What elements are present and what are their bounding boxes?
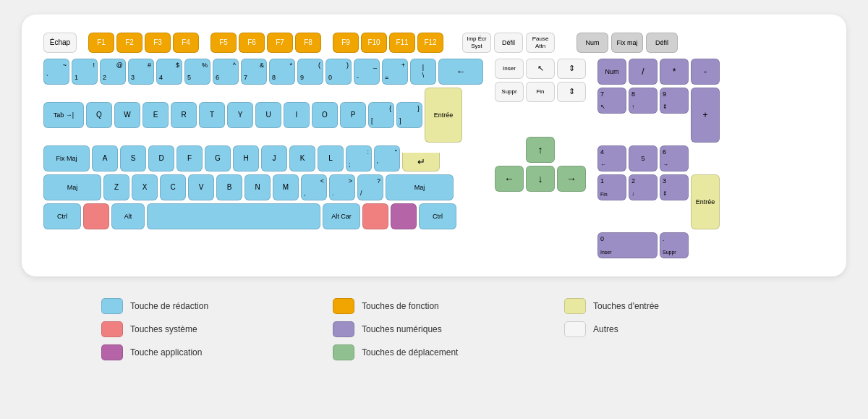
key-y[interactable]: Y: [227, 102, 253, 128]
key-up[interactable]: ↑: [526, 137, 555, 163]
key-2[interactable]: @ 2: [100, 59, 126, 85]
key-f5[interactable]: F5: [210, 33, 237, 53]
key-f6[interactable]: F6: [239, 33, 265, 53]
key-n[interactable]: N: [244, 174, 271, 200]
key-pgup[interactable]: ⇕: [557, 59, 586, 79]
key-nummul[interactable]: *: [660, 59, 689, 85]
key-quote[interactable]: " ': [374, 145, 400, 172]
key-f4[interactable]: F4: [173, 33, 199, 53]
key-comma[interactable]: < ,: [301, 174, 327, 200]
key-num4[interactable]: 4 ←: [597, 145, 626, 172]
key-left[interactable]: ←: [495, 166, 524, 192]
key-end[interactable]: Fin: [526, 82, 555, 102]
key-backslash[interactable]: |\: [410, 59, 436, 85]
key-e[interactable]: E: [142, 102, 169, 128]
key-num5[interactable]: 5: [629, 145, 658, 172]
key-capslock[interactable]: Fix Maj: [43, 145, 90, 172]
key-f8[interactable]: F8: [295, 33, 321, 53]
key-lshift[interactable]: Maj: [43, 174, 101, 200]
key-space[interactable]: [147, 203, 320, 229]
key-numdiv[interactable]: /: [629, 59, 658, 85]
key-o[interactable]: O: [312, 102, 338, 128]
key-x[interactable]: X: [132, 174, 158, 200]
key-q[interactable]: Q: [86, 102, 112, 128]
key-numenter[interactable]: Entrée: [691, 174, 720, 229]
key-num1[interactable]: 1 Fin: [597, 174, 626, 200]
key-period[interactable]: > .: [329, 174, 355, 200]
key-d[interactable]: D: [148, 145, 174, 172]
key-num3[interactable]: 3 ⇕: [660, 174, 689, 200]
key-j[interactable]: J: [261, 145, 287, 172]
key-rbracket[interactable]: } ]: [396, 102, 422, 128]
key-z[interactable]: Z: [103, 174, 129, 200]
key-lctrl[interactable]: Ctrl: [43, 203, 81, 229]
key-g[interactable]: G: [205, 145, 231, 172]
key-5[interactable]: % 5: [184, 59, 210, 85]
key-lalt[interactable]: Alt: [111, 203, 145, 229]
key-t[interactable]: T: [199, 102, 225, 128]
key-m[interactable]: M: [273, 174, 299, 200]
key-semicolon[interactable]: : ;: [346, 145, 372, 172]
key-r[interactable]: R: [171, 102, 197, 128]
key-f9[interactable]: F9: [333, 33, 359, 53]
key-v[interactable]: V: [188, 174, 214, 200]
key-f3[interactable]: F3: [145, 33, 171, 53]
key-f12[interactable]: F12: [417, 33, 443, 53]
key-k[interactable]: K: [289, 145, 315, 172]
key-1[interactable]: ! 1: [72, 59, 98, 85]
key-altcar[interactable]: Alt Car: [323, 203, 360, 229]
key-p[interactable]: P: [340, 102, 366, 128]
key-home[interactable]: ↖: [526, 59, 555, 79]
key-i[interactable]: I: [284, 102, 310, 128]
key-u[interactable]: U: [255, 102, 281, 128]
key-rshift[interactable]: Maj: [386, 174, 454, 200]
key-0[interactable]: ) 0: [326, 59, 352, 85]
key-right[interactable]: →: [557, 166, 586, 192]
key-delete[interactable]: Suppr: [495, 82, 524, 102]
key-down[interactable]: ↓: [526, 166, 555, 192]
key-numdel[interactable]: . Suppr: [660, 232, 689, 258]
key-slash[interactable]: ? /: [357, 174, 383, 200]
key-numadd[interactable]: +: [691, 88, 720, 143]
key-tab[interactable]: Tab →|: [43, 102, 84, 128]
key-insert[interactable]: Inser: [495, 59, 524, 79]
key-num9[interactable]: 9 ⇕: [660, 88, 689, 114]
key-f1[interactable]: F1: [88, 33, 114, 53]
key-lbracket[interactable]: { [: [368, 102, 394, 128]
key-esc[interactable]: Échap: [43, 33, 77, 53]
key-num8[interactable]: 8 ↑: [629, 88, 658, 114]
key-rwin[interactable]: [362, 203, 388, 229]
key-scroll-lock[interactable]: Défil: [494, 33, 523, 53]
key-b[interactable]: B: [216, 174, 242, 200]
key-8[interactable]: * 8: [269, 59, 295, 85]
key-num2[interactable]: 2 ↓: [629, 174, 658, 200]
key-9[interactable]: ( 9: [297, 59, 323, 85]
key-7[interactable]: & 7: [241, 59, 267, 85]
key-pause[interactable]: PauseAttn: [526, 33, 555, 53]
key-numsub[interactable]: -: [691, 59, 720, 85]
key-3[interactable]: # 3: [128, 59, 154, 85]
key-l[interactable]: L: [318, 145, 344, 172]
key-4[interactable]: $ 4: [156, 59, 182, 85]
key-f[interactable]: F: [176, 145, 203, 172]
key-pgdn[interactable]: ⇕: [557, 82, 586, 102]
key-num7[interactable]: 7 ↖: [597, 88, 626, 114]
key-f10[interactable]: F10: [361, 33, 387, 53]
key-backspace[interactable]: ←: [438, 59, 483, 85]
key-equals[interactable]: + =: [382, 59, 408, 85]
key-f7[interactable]: F7: [267, 33, 293, 53]
key-app[interactable]: [391, 203, 417, 229]
key-c[interactable]: C: [160, 174, 186, 200]
key-print-screen[interactable]: Imp ÉcrSyst: [462, 33, 491, 53]
key-6[interactable]: ^ 6: [213, 59, 239, 85]
key-numlock[interactable]: Num: [597, 59, 626, 85]
key-backtick[interactable]: ~ `: [43, 59, 69, 85]
key-rctrl[interactable]: Ctrl: [419, 203, 456, 229]
key-f2[interactable]: F2: [116, 33, 142, 53]
key-num0[interactable]: 0 Inser: [597, 232, 658, 258]
key-num6[interactable]: 6 →: [660, 145, 689, 172]
key-h[interactable]: H: [233, 145, 259, 172]
key-enter[interactable]: Entrée: [425, 88, 462, 143]
key-f11[interactable]: F11: [389, 33, 415, 53]
key-a[interactable]: A: [92, 145, 118, 172]
